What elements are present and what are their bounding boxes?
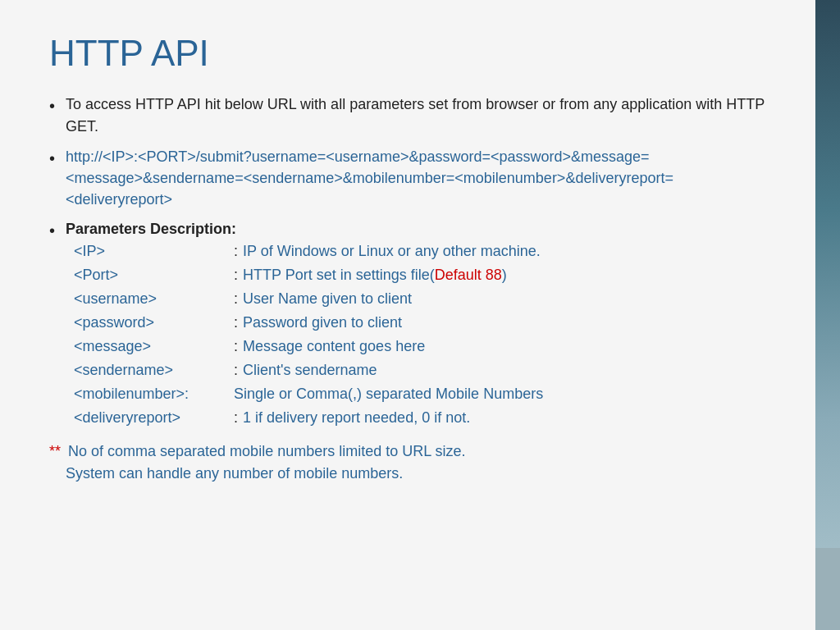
param-key-sendername: <sendername> — [74, 359, 234, 382]
param-key-mobilenumber: <mobilenumber>: — [74, 383, 234, 406]
footnote-line2: System can handle any number of mobile n… — [66, 465, 403, 482]
bullet-list: To access HTTP API hit below URL with al… — [49, 94, 766, 429]
footnote-line1: No of comma separated mobile numbers lim… — [64, 443, 466, 459]
param-value-ip: IP of Windows or Linux or any other mach… — [243, 240, 541, 263]
param-colon-sendername: : — [234, 359, 238, 382]
param-colon-username: : — [234, 288, 238, 311]
param-key-deliveryreport: <deliveryreport> — [74, 407, 234, 430]
param-value-port: HTTP Port set in settings file(Default 8… — [243, 264, 507, 287]
param-colon-message: : — [234, 336, 238, 358]
param-key-username: <username> — [74, 288, 234, 311]
sidebar-bottom-accent — [815, 548, 840, 630]
param-key-port: <Port> — [74, 264, 234, 287]
param-colon-port: : — [234, 264, 238, 287]
param-colon-deliveryreport: : — [234, 407, 238, 430]
slide-content: HTTP API To access HTTP API hit below UR… — [0, 0, 815, 630]
param-value-port-red: Default 88 — [435, 267, 502, 283]
param-row-sendername: <sendername> : Client's sendername — [74, 359, 766, 382]
params-table: <IP> : IP of Windows or Linux or any oth… — [74, 240, 766, 429]
bullet-item-3: Parameters Description: <IP> : IP of Win… — [49, 218, 766, 429]
param-value-deliveryreport: 1 if delivery report needed, 0 if not. — [243, 407, 470, 430]
api-url: http://<IP>:<PORT>/submit?username=<user… — [66, 146, 766, 210]
content-area: To access HTTP API hit below URL with al… — [49, 94, 766, 485]
slide-title: HTTP API — [49, 33, 766, 74]
param-row-password: <password> : Password given to client — [74, 312, 766, 335]
param-row-username: <username> : User Name given to client — [74, 288, 766, 311]
bullet-item-1: To access HTTP API hit below URL with al… — [49, 94, 766, 138]
param-colon-ip: : — [234, 240, 238, 263]
param-row-ip: <IP> : IP of Windows or Linux or any oth… — [74, 240, 766, 263]
param-key-ip: <IP> — [74, 240, 234, 263]
params-title: Parameters Description: — [66, 221, 236, 237]
param-value-username: User Name given to client — [243, 288, 412, 311]
right-sidebar — [815, 0, 840, 630]
param-key-password: <password> — [74, 312, 234, 335]
bullet-item-2: http://<IP>:<PORT>/submit?username=<user… — [49, 146, 766, 210]
footnote-stars: ** — [49, 443, 61, 459]
param-value-sendername: Client's sendername — [243, 359, 377, 382]
param-value-password: Password given to client — [243, 312, 402, 335]
param-value-message: Message content goes here — [243, 336, 425, 358]
param-value-mobilenumber: Single or Comma(,) separated Mobile Numb… — [234, 383, 543, 406]
param-row-mobilenumber: <mobilenumber>: Single or Comma(,) separ… — [74, 383, 766, 406]
param-row-port: <Port> : HTTP Port set in settings file(… — [74, 264, 766, 287]
param-row-message: <message> : Message content goes here — [74, 336, 766, 358]
bullet1-text: To access HTTP API hit below URL with al… — [66, 96, 765, 135]
param-row-deliveryreport: <deliveryreport> : 1 if delivery report … — [74, 407, 766, 430]
footnote: ** No of comma separated mobile numbers … — [49, 441, 766, 485]
param-colon-password: : — [234, 312, 238, 335]
param-key-message: <message> — [74, 336, 234, 358]
